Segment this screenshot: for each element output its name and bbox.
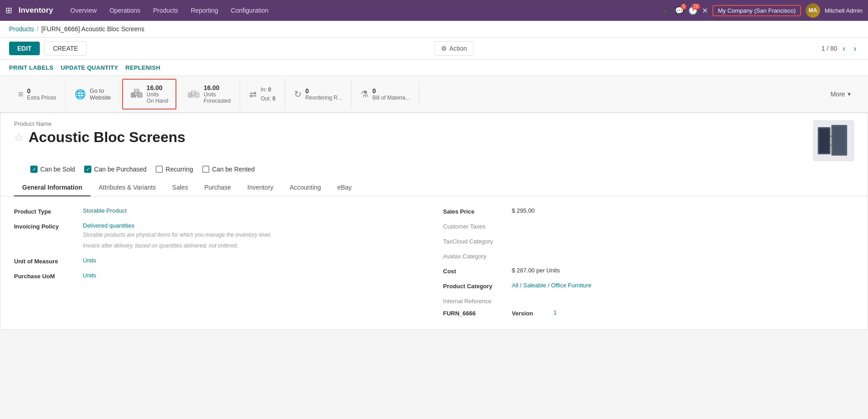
- product-name-row: ☆ Acoustic Bloc Screens: [14, 129, 813, 146]
- app-brand: Inventory: [19, 6, 53, 15]
- user-name[interactable]: Mitchell Admin: [825, 7, 863, 14]
- nav-items: Overview Operations Products Reporting C…: [65, 4, 659, 17]
- nav-configuration[interactable]: Configuration: [225, 4, 274, 17]
- can-be-purchased-checkbox[interactable]: Can be Purchased: [84, 166, 147, 173]
- forecast-icon: [187, 87, 200, 101]
- nav-overview[interactable]: Overview: [65, 4, 102, 17]
- can-be-purchased-label: Can be Purchased: [94, 166, 147, 173]
- flask-icon: ⚗: [360, 89, 369, 100]
- customer-taxes-row: Customer Taxes: [443, 219, 854, 233]
- product-title-area: Product Name ☆ Acoustic Bloc Screens: [14, 120, 813, 146]
- can-be-sold-checkbox[interactable]: Can be Sold: [30, 166, 75, 173]
- activities-icon[interactable]: 🕐 26: [688, 6, 697, 15]
- units-on-hand-number: 16.00: [147, 84, 168, 91]
- next-page-button[interactable]: ›: [851, 43, 859, 54]
- product-category-row: Product Category All / Saleable / Office…: [443, 278, 854, 293]
- create-button[interactable]: CREATE: [44, 41, 87, 56]
- customer-taxes-label: Customer Taxes: [443, 222, 507, 230]
- product-name-label: Product Name: [14, 120, 813, 127]
- bom-label: Bill of Materia...: [372, 95, 410, 101]
- update-quantity-button[interactable]: UPDATE QUANTITY: [61, 62, 118, 73]
- extra-prices-count: 0: [27, 87, 57, 95]
- purchase-uom-value[interactable]: Units: [83, 272, 96, 279]
- gear-icon: ⚙: [441, 45, 447, 52]
- tab-purchase[interactable]: Purchase: [196, 179, 239, 196]
- refresh-icon: ↻: [294, 89, 302, 100]
- can-be-rented-checkbox[interactable]: Can be Rented: [202, 166, 255, 173]
- action-buttons-bar: PRINT LABELS UPDATE QUANTITY REPLENISH: [0, 60, 868, 76]
- breadcrumb: Products / [FURN_6666] Acoustic Bloc Scr…: [0, 21, 868, 38]
- purchase-uom-row: Purchase UoM Units: [14, 268, 425, 283]
- can-be-sold-check: [30, 166, 38, 173]
- uom-value[interactable]: Units: [83, 257, 96, 264]
- company-selector[interactable]: My Company (San Francisco): [712, 5, 801, 16]
- svg-rect-10: [833, 126, 846, 154]
- product-header: Product Name ☆ Acoustic Bloc Screens: [0, 113, 868, 161]
- close-icon[interactable]: ✕: [702, 6, 708, 15]
- extra-prices-button[interactable]: ≡ 0 Extra Prices: [9, 81, 66, 107]
- svg-rect-6: [194, 93, 199, 97]
- nav-reporting[interactable]: Reporting: [185, 4, 224, 17]
- invoicing-policy-row: Invoicing Policy Delivered quantities St…: [14, 219, 425, 253]
- tab-attributes-variants[interactable]: Attributes & Variants: [90, 179, 164, 196]
- toolbar: EDIT CREATE ⚙ Action 1 / 80 ‹ ›: [0, 38, 868, 60]
- avatax-row: Avatax Category: [443, 248, 854, 263]
- boxes-icon: [130, 87, 143, 101]
- product-category-label: Product Category: [443, 282, 507, 290]
- user-avatar[interactable]: MA: [806, 3, 820, 18]
- internal-ref-value: FURN_6666: [443, 309, 507, 317]
- favorite-icon[interactable]: ☆: [14, 131, 24, 144]
- in-out-button[interactable]: ⇄ In: 0 Out: 0: [240, 79, 285, 110]
- units-on-hand-button[interactable]: 16.00 Units On Hand: [122, 79, 176, 110]
- sales-price-row: Sales Price $ 295.00: [443, 204, 854, 219]
- form-right-section: Sales Price $ 295.00 Customer Taxes TaxC…: [443, 204, 854, 320]
- action-label: Action: [449, 45, 467, 52]
- version-label: Version: [512, 309, 548, 317]
- tab-sales[interactable]: Sales: [164, 179, 196, 196]
- phone-icon[interactable]: 📞: [662, 6, 670, 14]
- chevron-down-icon: ▼: [847, 91, 852, 97]
- bom-button[interactable]: ⚗ 0 Bill of Materia...: [351, 81, 419, 107]
- more-button[interactable]: More ▼: [823, 84, 859, 104]
- nav-right: 📞 💬 5 🕐 26 ✕ My Company (San Francisco) …: [662, 3, 863, 18]
- cost-value: $ 287.00 per Units: [512, 267, 560, 274]
- invoicing-policy-value[interactable]: Delivered quantities: [83, 222, 272, 229]
- tab-ebay[interactable]: eBay: [329, 179, 360, 196]
- tab-inventory[interactable]: Inventory: [239, 179, 282, 196]
- breadcrumb-parent[interactable]: Products: [9, 25, 34, 33]
- can-be-rented-check: [202, 166, 209, 173]
- product-category-value[interactable]: All / Saleable / Office Furniture: [512, 282, 592, 289]
- taxcloud-row: TaxCloud Category: [443, 233, 854, 248]
- can-be-purchased-check: [84, 166, 91, 173]
- pagination-text: 1 / 80: [821, 45, 837, 52]
- smart-buttons-bar: ≡ 0 Extra Prices 🌐 Go to Website 16.00 U…: [0, 76, 868, 113]
- action-button[interactable]: ⚙ Action: [434, 41, 474, 56]
- tab-accounting[interactable]: Accounting: [281, 179, 329, 196]
- svg-rect-3: [134, 89, 139, 92]
- recurring-check: [156, 166, 163, 173]
- taxcloud-category-label: TaxCloud Category: [443, 237, 507, 245]
- product-type-value[interactable]: Storable Product: [83, 207, 127, 214]
- purchase-uom-label: Purchase UoM: [14, 272, 77, 280]
- nav-products[interactable]: Products: [147, 4, 183, 17]
- prev-page-button[interactable]: ‹: [840, 43, 848, 54]
- print-labels-button[interactable]: PRINT LABELS: [9, 62, 53, 73]
- extra-prices-label: Extra Prices: [27, 95, 57, 101]
- recurring-checkbox[interactable]: Recurring: [156, 166, 193, 173]
- product-image[interactable]: [813, 120, 854, 161]
- svg-rect-2: [138, 93, 142, 97]
- tab-general-information[interactable]: General Information: [14, 179, 90, 196]
- reordering-button[interactable]: ↻ 0 Reordering R...: [285, 81, 351, 107]
- apps-icon[interactable]: ⊞: [5, 5, 12, 15]
- units-forecasted-button[interactable]: 16.00 Units Forecasted: [178, 78, 240, 110]
- go-to-website-button[interactable]: 🌐 Go to Website: [66, 81, 120, 107]
- nav-operations[interactable]: Operations: [104, 4, 146, 17]
- sales-price-value: $ 295.00: [512, 207, 535, 214]
- replenish-button[interactable]: REPLENISH: [125, 62, 160, 73]
- arrows-icon: ⇄: [249, 89, 257, 100]
- internal-ref-value-row: FURN_6666 Version 1: [443, 308, 854, 320]
- messages-icon[interactable]: 💬 5: [675, 6, 684, 15]
- units-on-hand-label: Units On Hand: [147, 91, 168, 104]
- edit-button[interactable]: EDIT: [9, 42, 40, 55]
- product-checkboxes: Can be Sold Can be Purchased Recurring C…: [0, 161, 868, 179]
